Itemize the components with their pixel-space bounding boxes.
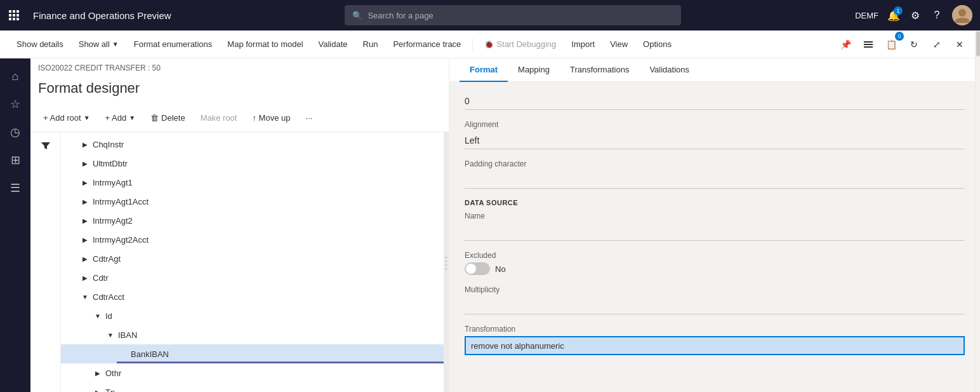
performance-trace-button[interactable]: Performance trace [387, 37, 467, 51]
grid-menu-icon[interactable] [8, 9, 20, 22]
badge-icon[interactable]: 📋 0 [881, 34, 901, 55]
name-label: Name [465, 212, 965, 220]
move-up-button[interactable]: ↑ Move up [247, 111, 295, 125]
svg-rect-4 [13, 14, 15, 17]
string-value-group: 0 [465, 92, 965, 110]
svg-rect-3 [9, 14, 11, 17]
tree-node-ultmtdbtr[interactable]: ▶ UltmtDbtr [61, 154, 444, 173]
add-root-button[interactable]: + Add root ▼ [38, 111, 95, 125]
sidebar-item-workspaces[interactable]: ⊞ [3, 147, 28, 173]
tab-format[interactable]: Format [460, 58, 508, 82]
start-debugging-button[interactable]: 🐞 Start Debugging [478, 37, 562, 51]
expand-tp-icon: ▶ [91, 386, 104, 392]
tree-node-othr[interactable]: ▶ Othr [61, 363, 444, 382]
cdtr-label: Cdtr [93, 273, 109, 283]
personalize-icon[interactable] [858, 34, 878, 55]
pin-icon[interactable]: 📌 [835, 34, 856, 55]
svg-point-10 [958, 9, 966, 17]
drag-handle[interactable] [444, 132, 449, 392]
multiplicity-value[interactable] [465, 297, 965, 314]
show-details-button[interactable]: Show details [10, 37, 70, 51]
validate-button[interactable]: Validate [312, 37, 354, 51]
close-icon[interactable]: ✕ [950, 34, 970, 55]
svg-rect-8 [17, 18, 19, 20]
notification-icon[interactable]: 🔔 1 [887, 9, 900, 22]
expand-chqinstr-icon: ▶ [79, 138, 91, 151]
tree-area: ▶ ChqInstr ▶ UltmtDbtr ▶ IntrmyAgt1 ▶ In… [30, 132, 449, 392]
tab-transformations[interactable]: Transformations [560, 58, 639, 82]
dropdown-arrow-icon: ▼ [112, 41, 119, 48]
app-title: Finance and Operations Preview [33, 10, 171, 21]
tree-node-cdtr[interactable]: ▶ Cdtr [61, 268, 444, 287]
help-icon[interactable]: ? [930, 9, 943, 22]
view-button[interactable]: View [604, 37, 634, 51]
options-button[interactable]: Options [637, 37, 678, 51]
refresh-icon[interactable]: ↻ [904, 34, 924, 55]
tree-node-iban[interactable]: ▼ IBAN [61, 325, 444, 344]
intrmyagt1acct-label: IntrmyAgt1Acct [93, 197, 149, 206]
sidebar-item-home[interactable]: ⌂ [3, 64, 28, 89]
tree-node-id[interactable]: ▼ Id [61, 306, 444, 325]
delete-button[interactable]: 🗑 Delete [145, 111, 190, 125]
svg-point-14 [446, 256, 447, 258]
search-box[interactable]: 🔍 Search for a page [345, 5, 681, 25]
expand-intrmyagt2-icon: ▶ [79, 214, 91, 227]
expand-id-icon: ▼ [91, 309, 104, 322]
svg-rect-7 [13, 18, 15, 20]
right-scrollbar [975, 58, 980, 392]
tree-node-intrmyagt1[interactable]: ▶ IntrmyAgt1 [61, 173, 444, 192]
transformation-input[interactable]: remove not alphanumeric [465, 336, 965, 355]
string-value: 0 [465, 92, 965, 110]
sidebar-item-favorites[interactable]: ☆ [3, 91, 28, 117]
svg-rect-2 [17, 10, 19, 13]
multiplicity-group: Multiplicity [465, 285, 965, 314]
map-format-to-model-button[interactable]: Map format to model [221, 37, 309, 51]
tree-content: ▶ ChqInstr ▶ UltmtDbtr ▶ IntrmyAgt1 ▶ In… [61, 132, 444, 392]
format-enumerations-button[interactable]: Format enumerations [128, 37, 219, 51]
tree-toolbar: + Add root ▼ + Add ▼ 🗑 Delete Make root … [30, 104, 449, 132]
tree-node-chqinstr[interactable]: ▶ ChqInstr [61, 135, 444, 154]
tree-node-intrmyagt2acct[interactable]: ▶ IntrmyAgt2Acct [61, 230, 444, 249]
sidebar-item-list[interactable]: ☰ [3, 175, 28, 201]
add-root-dropdown-icon: ▼ [84, 114, 90, 121]
excluded-toggle[interactable] [465, 262, 490, 275]
page-title: Format designer [30, 78, 449, 104]
tree-node-cdtracct[interactable]: ▼ CdtrAcct [61, 287, 444, 306]
name-value[interactable] [465, 223, 965, 241]
alignment-label: Alignment [465, 120, 965, 129]
tabs: Format Mapping Transformations Validatio… [449, 58, 980, 82]
excluded-label: Excluded [465, 251, 965, 260]
tree-node-intrmyagt1acct[interactable]: ▶ IntrmyAgt1Acct [61, 192, 444, 211]
tab-validations[interactable]: Validations [639, 58, 699, 82]
tree-node-cdtragt[interactable]: ▶ CdtrAgt [61, 249, 444, 268]
show-all-button[interactable]: Show all ▼ [72, 37, 125, 51]
padding-value[interactable] [465, 171, 965, 189]
make-root-button[interactable]: Make root [195, 111, 242, 125]
expand-icon[interactable]: ⤢ [927, 34, 947, 55]
expand-othr-icon: ▶ [91, 367, 104, 379]
filter-icon[interactable] [37, 137, 55, 155]
add-button[interactable]: + Add ▼ [100, 111, 141, 125]
tree-node-tp[interactable]: ▶ Tp [61, 382, 444, 392]
alignment-value[interactable]: Left [465, 132, 965, 149]
run-button[interactable]: Run [357, 37, 385, 51]
settings-icon[interactable]: ⚙ [909, 9, 922, 22]
expand-intrmyagt1acct-icon: ▶ [79, 195, 91, 208]
selection-underline [117, 362, 444, 363]
more-button[interactable]: ··· [300, 111, 317, 125]
import-button[interactable]: Import [565, 37, 601, 51]
tab-mapping[interactable]: Mapping [508, 58, 560, 82]
chqinstr-label: ChqInstr [93, 140, 124, 149]
tp-label: Tp [105, 388, 115, 393]
sidebar-item-recent[interactable]: ◷ [3, 119, 28, 145]
datasource-header: DATA SOURCE [465, 199, 965, 206]
tree-node-bankiban[interactable]: ▶ BankIBAN [61, 344, 444, 363]
svg-point-16 [446, 264, 447, 266]
toggle-knob [466, 264, 476, 274]
avatar[interactable] [952, 5, 972, 25]
main-layout: ⌂ ☆ ◷ ⊞ ☰ ISO20022 CREDIT TRANSFER : 50 … [0, 58, 980, 392]
svg-point-17 [446, 267, 447, 269]
svg-rect-1 [13, 10, 15, 13]
tree-node-intrmyagt2[interactable]: ▶ IntrmyAgt2 [61, 211, 444, 230]
transformation-group: Transformation remove not alphanumeric [465, 325, 965, 355]
